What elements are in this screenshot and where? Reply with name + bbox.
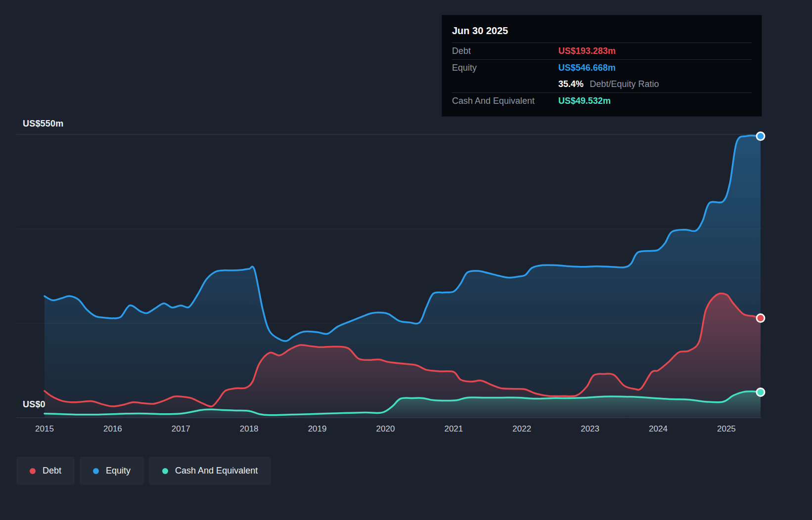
x-tick-2022: 2022 <box>505 424 539 434</box>
x-tick-2025: 2025 <box>710 424 743 434</box>
x-tick-2018: 2018 <box>232 424 266 434</box>
tooltip-ratio-label: Debt/Equity Ratio <box>590 79 659 89</box>
chart-legend: Debt Equity Cash And Equivalent <box>16 457 271 485</box>
legend-cash-label: Cash And Equivalent <box>175 466 258 476</box>
equity-endpoint-marker <box>757 132 765 140</box>
x-tick-2020: 2020 <box>368 424 402 434</box>
x-tick-2023: 2023 <box>573 424 607 434</box>
cash-dot-icon <box>162 468 168 474</box>
tooltip-row-cash: Cash And Equivalent US$49.532m <box>452 93 752 109</box>
legend-item-equity[interactable]: Equity <box>80 457 144 485</box>
tooltip-date: Jun 30 2025 <box>452 22 752 43</box>
tooltip-cash-label: Cash And Equivalent <box>452 96 558 106</box>
y-axis-max-label: US$550m <box>23 119 63 129</box>
tooltip-cash-value: US$49.532m <box>558 96 752 106</box>
legend-item-debt[interactable]: Debt <box>16 457 75 485</box>
chart-tooltip: Jun 30 2025 Debt US$193.283m Equity US$5… <box>442 15 762 117</box>
x-tick-2024: 2024 <box>641 424 675 434</box>
legend-equity-label: Equity <box>106 466 131 476</box>
x-tick-2016: 2016 <box>96 424 130 434</box>
tooltip-debt-value: US$193.283m <box>558 46 752 56</box>
tooltip-debt-label: Debt <box>452 46 558 56</box>
debt-dot-icon <box>30 468 36 474</box>
equity-dot-icon <box>93 468 99 474</box>
tooltip-row-ratio: 35.4% Debt/Equity Ratio <box>452 76 752 93</box>
x-tick-2017: 2017 <box>164 424 198 434</box>
cash-and-equivalent-endpoint-marker <box>757 388 765 396</box>
tooltip-equity-label: Equity <box>452 63 558 73</box>
debt-equity-chart-page: US$550m US$0 2015 2016 2017 2018 2019 20… <box>0 0 812 520</box>
legend-item-cash[interactable]: Cash And Equivalent <box>149 457 271 485</box>
tooltip-ratio-value: 35.4% <box>558 79 584 89</box>
x-tick-2021: 2021 <box>437 424 470 434</box>
tooltip-row-debt: Debt US$193.283m <box>452 43 752 60</box>
tooltip-equity-value: US$546.668m <box>558 63 752 73</box>
x-axis: 2015 2016 2017 2018 2019 2020 2021 2022 … <box>28 424 743 434</box>
legend-debt-label: Debt <box>43 466 61 476</box>
y-axis-min-label: US$0 <box>23 399 45 410</box>
debt-endpoint-marker <box>757 314 765 322</box>
x-tick-2015: 2015 <box>28 424 61 434</box>
tooltip-row-equity: Equity US$546.668m <box>452 60 752 76</box>
x-tick-2019: 2019 <box>301 424 334 434</box>
